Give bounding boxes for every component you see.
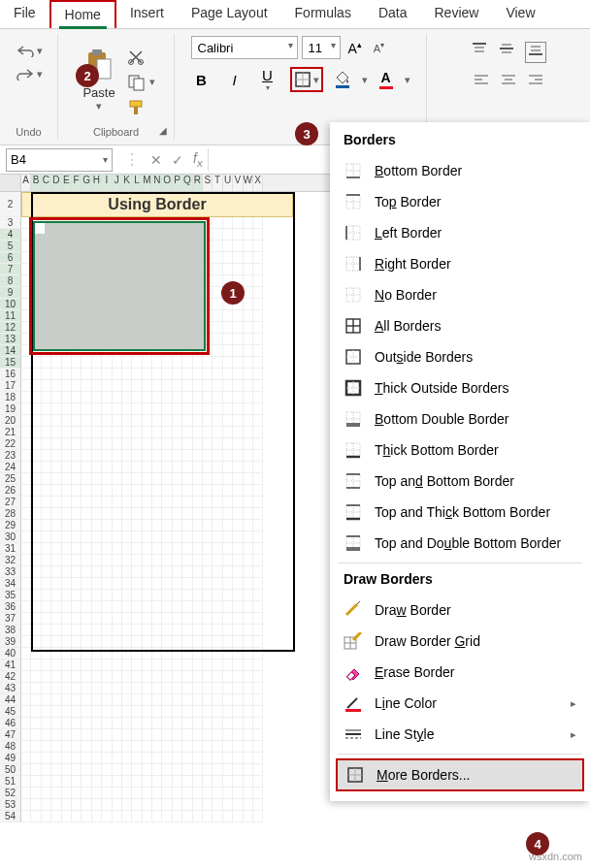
tab-home[interactable]: Home [49, 0, 116, 28]
border-item-topthickbottom[interactable]: Top and Thick Bottom Border [330, 497, 590, 528]
row-header-11[interactable]: 11 [0, 310, 21, 322]
format-painter-button[interactable] [127, 99, 155, 116]
row-header-48[interactable]: 48 [0, 741, 21, 753]
row-header-44[interactable]: 44 [0, 694, 21, 706]
row-header-51[interactable]: 51 [0, 776, 21, 788]
name-box[interactable]: B4▾ [6, 148, 113, 172]
col-header-A[interactable]: A [21, 175, 31, 191]
col-header-I[interactable]: I [102, 175, 112, 191]
more-borders-item[interactable]: More Borders... [336, 758, 584, 791]
col-header-P[interactable]: P [173, 175, 182, 191]
col-header-N[interactable]: N [152, 175, 162, 191]
col-header-O[interactable]: O [162, 175, 172, 191]
row-header-16[interactable]: 16 [0, 369, 21, 380]
col-header-S[interactable]: S [203, 175, 213, 191]
italic-button[interactable]: I [224, 72, 246, 88]
row-header-32[interactable]: 32 [0, 555, 21, 566]
row-header-49[interactable]: 49 [0, 753, 21, 764]
title-cell[interactable]: Using Border [21, 192, 293, 217]
cancel-formula-button[interactable]: ✕ [146, 152, 167, 168]
draw-item-linecolor[interactable]: Line Color▸ [330, 688, 590, 719]
row-header-52[interactable]: 52 [0, 788, 21, 799]
col-header-K[interactable]: K [122, 175, 132, 191]
row-header-14[interactable]: 14 [0, 345, 21, 357]
row-header-12[interactable]: 12 [0, 322, 21, 334]
border-item-thickbottom[interactable]: Thick Bottom Border [330, 434, 590, 466]
row-header-39[interactable]: 39 [0, 636, 21, 648]
row-header-5[interactable]: 5 [0, 241, 21, 252]
underline-button[interactable]: U▾ [257, 67, 279, 92]
font-name-select[interactable] [191, 36, 298, 59]
row-header-43[interactable]: 43 [0, 683, 21, 694]
row-header-29[interactable]: 29 [0, 520, 21, 531]
row-header-47[interactable]: 47 [0, 729, 21, 741]
row-header-4[interactable]: 4 [0, 229, 21, 241]
row-header-13[interactable]: 13 [0, 334, 21, 345]
align-bottom-button[interactable] [525, 42, 546, 63]
enter-formula-button[interactable]: ✓ [167, 152, 188, 168]
row-header-53[interactable]: 53 [0, 799, 21, 811]
col-header-J[interactable]: J [113, 175, 122, 191]
bold-button[interactable]: B [191, 72, 213, 88]
row-header-17[interactable]: 17 [0, 380, 21, 392]
tab-view[interactable]: View [492, 0, 548, 28]
row-header-20[interactable]: 20 [0, 415, 21, 427]
row-header-28[interactable]: 28 [0, 508, 21, 520]
row-header-21[interactable]: 21 [0, 427, 21, 438]
row-header-46[interactable]: 46 [0, 718, 21, 729]
border-item-topdblbottom[interactable]: Top and Double Bottom Border [330, 528, 590, 559]
undo-button[interactable]: ▾ [16, 44, 43, 57]
grow-font-button[interactable]: A▴ [344, 40, 366, 56]
row-header-38[interactable]: 38 [0, 625, 21, 636]
draw-item-erase[interactable]: Erase Border [330, 657, 590, 688]
fill-color-button[interactable] [335, 71, 350, 88]
border-item-top[interactable]: Top Border [330, 186, 590, 217]
draw-item-drawgrid[interactable]: Draw Border Grid [330, 626, 590, 657]
row-header-3[interactable]: 3 [0, 217, 21, 229]
draw-item-linestyle[interactable]: Line Style▸ [330, 719, 590, 750]
align-middle-button[interactable] [498, 42, 515, 63]
row-header-26[interactable]: 26 [0, 485, 21, 497]
border-item-right[interactable]: Right Border [330, 248, 590, 279]
fx-button[interactable]: fx [188, 150, 208, 169]
copy-button[interactable]: ▾ [127, 74, 155, 91]
row-header-25[interactable]: 25 [0, 473, 21, 485]
cut-button[interactable] [127, 48, 155, 66]
row-header-45[interactable]: 45 [0, 706, 21, 718]
col-header-V[interactable]: V [233, 175, 243, 191]
col-header-B[interactable]: B [31, 175, 41, 191]
col-header-G[interactable]: G [82, 175, 91, 191]
col-header-M[interactable]: M [143, 175, 152, 191]
row-header-37[interactable]: 37 [0, 613, 21, 625]
align-left-button[interactable] [473, 73, 490, 90]
borders-button[interactable]: ▾ [290, 67, 323, 92]
font-size-select[interactable] [302, 36, 341, 59]
shrink-font-button[interactable]: A▾ [370, 41, 388, 54]
border-item-bottomdbl[interactable]: Bottom Double Border [330, 403, 590, 434]
border-item-topbottom[interactable]: Top and Bottom Border [330, 466, 590, 497]
row-header-35[interactable]: 35 [0, 590, 21, 601]
redo-button[interactable]: ▾ [16, 67, 43, 80]
row-header-36[interactable]: 36 [0, 601, 21, 613]
row-header-42[interactable]: 42 [0, 671, 21, 683]
col-header-W[interactable]: W [244, 175, 253, 191]
select-all-corner[interactable] [0, 175, 21, 191]
clipboard-launcher-icon[interactable]: ◢ [159, 125, 171, 137]
col-header-C[interactable]: C [42, 175, 51, 191]
col-header-E[interactable]: E [62, 175, 72, 191]
col-header-T[interactable]: T [213, 175, 222, 191]
row-header-6[interactable]: 6 [0, 252, 21, 264]
row-header-50[interactable]: 50 [0, 764, 21, 776]
col-header-F[interactable]: F [72, 175, 82, 191]
tab-pagelayout[interactable]: Page Layout [178, 0, 281, 28]
border-item-bottom[interactable]: Bottom Border [330, 155, 590, 186]
tab-data[interactable]: Data [365, 0, 421, 28]
row-header-33[interactable]: 33 [0, 566, 21, 578]
tab-formulas[interactable]: Formulas [281, 0, 365, 28]
col-header-D[interactable]: D [51, 175, 61, 191]
align-center-button[interactable] [500, 73, 517, 90]
row-header-18[interactable]: 18 [0, 392, 21, 403]
row-header-22[interactable]: 22 [0, 438, 21, 450]
row-header-41[interactable]: 41 [0, 659, 21, 671]
align-top-button[interactable] [471, 42, 488, 63]
